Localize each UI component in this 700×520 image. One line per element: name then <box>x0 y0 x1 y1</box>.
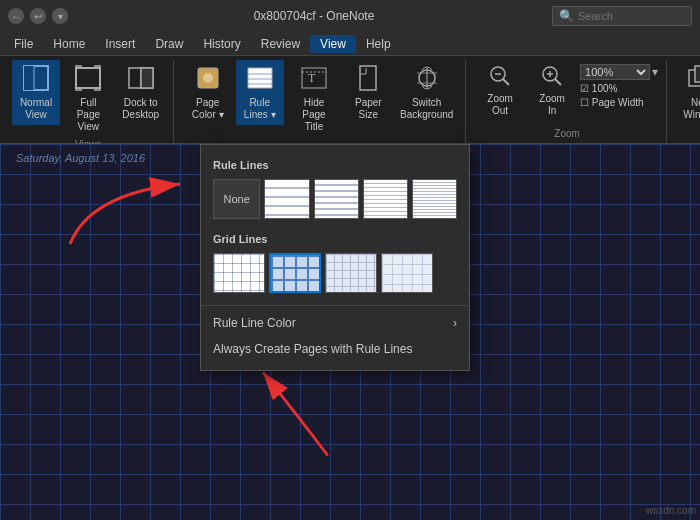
menu-home[interactable]: Home <box>43 35 95 53</box>
full-page-icon <box>74 64 102 95</box>
rule-lines-option-3[interactable] <box>363 179 408 219</box>
rule-lines-option-2[interactable] <box>314 179 359 219</box>
rule-line-color-item[interactable]: Rule Line Color › <box>201 310 469 336</box>
submenu-arrow: › <box>453 316 457 330</box>
grid-options-grid <box>201 249 469 301</box>
dock-desktop-label: Dock toDesktop <box>122 97 159 121</box>
rule-lines-icon <box>246 64 274 95</box>
always-create-label: Always Create Pages with Rule Lines <box>213 342 412 356</box>
dock-desktop-button[interactable]: Dock toDesktop <box>117 60 165 125</box>
hide-title-icon: T <box>300 64 328 95</box>
rule-lines-button[interactable]: RuleLines ▾ <box>236 60 284 125</box>
dock-desktop-icon <box>127 64 155 95</box>
new-window-label: NewWindow <box>683 97 700 121</box>
zoom-out-label: ZoomOut <box>487 93 513 117</box>
menu-help[interactable]: Help <box>356 35 401 53</box>
zoom-in-label: ZoomIn <box>539 93 565 117</box>
menu-history[interactable]: History <box>193 35 250 53</box>
menu-view[interactable]: View <box>310 35 356 53</box>
search-input[interactable] <box>578 10 688 22</box>
svg-text:T: T <box>308 71 316 85</box>
ribbon: NormalView Full PageView Dock toDesktop … <box>0 56 700 144</box>
svg-line-23 <box>503 79 509 85</box>
svg-rect-9 <box>248 68 272 88</box>
hide-title-label: HidePage Title <box>294 97 335 133</box>
svg-rect-6 <box>141 68 153 88</box>
paper-size-button[interactable]: PaperSize <box>344 60 392 125</box>
grid-option-3[interactable] <box>325 253 377 293</box>
menu-bar: File Home Insert Draw History Review Vie… <box>0 32 700 56</box>
page-items: PageColor ▾ RuleLines ▾ T HidePage Title… <box>184 60 457 137</box>
red-arrow-2 <box>240 354 360 474</box>
full-page-label: Full PageView <box>70 97 107 133</box>
back-button[interactable]: ← <box>8 8 24 24</box>
zoom-percent-select[interactable]: 100% <box>580 64 650 80</box>
ribbon-group-zoom: ZoomOut ZoomIn 100% ▾ ☑ 100% ☐ Page Widt… <box>468 60 667 143</box>
zoom-out-icon <box>488 64 512 91</box>
always-create-item[interactable]: Always Create Pages with Rule Lines <box>201 336 469 362</box>
page-color-icon <box>194 64 222 95</box>
grid-option-1[interactable] <box>213 253 265 293</box>
zoom-dropdown-arrow: ▾ <box>652 65 658 79</box>
zoom-group-label: Zoom <box>554 126 580 139</box>
normal-view-icon <box>22 64 50 95</box>
grid-option-4[interactable] <box>381 253 433 293</box>
dropdown-divider <box>201 305 469 306</box>
paper-size-icon <box>354 64 382 95</box>
zoom-in-icon <box>540 64 564 91</box>
watermark: wsxdn.com <box>646 505 696 516</box>
svg-rect-16 <box>360 66 376 90</box>
page-color-button[interactable]: PageColor ▾ <box>184 60 232 125</box>
full-page-view-button[interactable]: Full PageView <box>64 60 113 137</box>
rule-lines-section-label: Rule Lines <box>201 153 469 175</box>
zoom-percent-row: 100% ▾ <box>580 64 658 80</box>
rule-lines-label: RuleLines ▾ <box>244 97 276 121</box>
switch-bg-icon <box>413 64 441 95</box>
pin-button[interactable]: ▾ <box>52 8 68 24</box>
title-bar: ← ↩ ▾ 0x800704cf - OneNote 🔍 <box>0 0 700 32</box>
ribbon-group-page: PageColor ▾ RuleLines ▾ T HidePage Title… <box>176 60 466 143</box>
normal-view-label: NormalView <box>20 97 52 121</box>
window-controls: ← ↩ ▾ <box>8 8 68 24</box>
svg-line-27 <box>555 79 561 85</box>
zoom-selector: 100% ▾ ☑ 100% ☐ Page Width <box>580 64 658 108</box>
search-box[interactable]: 🔍 <box>552 6 692 26</box>
rule-line-color-label: Rule Line Color <box>213 316 296 330</box>
menu-review[interactable]: Review <box>251 35 310 53</box>
new-window-icon <box>687 64 700 95</box>
zoom-100-option[interactable]: ☑ 100% <box>580 83 658 94</box>
rule-lines-option-4[interactable] <box>412 179 457 219</box>
undo-button[interactable]: ↩ <box>30 8 46 24</box>
svg-point-8 <box>203 73 213 83</box>
menu-insert[interactable]: Insert <box>95 35 145 53</box>
normal-view-button[interactable]: NormalView <box>12 60 60 125</box>
rule-options-grid: None <box>201 175 469 227</box>
zoom-in-button[interactable]: ZoomIn <box>528 60 576 121</box>
switch-bg-label: SwitchBackground <box>400 97 453 121</box>
rule-none-option[interactable]: None <box>213 179 260 219</box>
switch-background-button[interactable]: SwitchBackground <box>396 60 457 125</box>
zoom-out-button[interactable]: ZoomOut <box>476 60 524 121</box>
new-window-button[interactable]: NewWindow <box>677 60 700 125</box>
zoom-page-width-option[interactable]: ☐ Page Width <box>580 97 658 108</box>
menu-draw[interactable]: Draw <box>145 35 193 53</box>
paper-size-label: PaperSize <box>355 97 382 121</box>
rule-lines-option-1[interactable] <box>264 179 309 219</box>
search-icon: 🔍 <box>559 9 574 23</box>
red-arrow-1 <box>60 174 200 254</box>
ribbon-group-windows: NewWindow + New Do...Wind... <box>669 60 700 143</box>
rule-lines-dropdown: Rule Lines None Grid Lines Rule Line Col… <box>200 144 470 371</box>
views-items: NormalView Full PageView Dock toDesktop <box>12 60 165 137</box>
page-color-label: PageColor ▾ <box>192 97 224 121</box>
hide-page-title-button[interactable]: T HidePage Title <box>288 60 341 137</box>
window-title: 0x800704cf - OneNote <box>76 9 552 23</box>
zoom-items: ZoomOut ZoomIn 100% ▾ ☑ 100% ☐ Page Widt… <box>476 60 658 126</box>
windows-items: NewWindow + New Do...Wind... <box>677 60 700 137</box>
ribbon-group-views: NormalView Full PageView Dock toDesktop … <box>4 60 174 143</box>
grid-option-2[interactable] <box>269 253 321 293</box>
svg-rect-1 <box>24 66 34 90</box>
svg-rect-3 <box>76 68 100 88</box>
svg-rect-2 <box>34 66 48 90</box>
menu-file[interactable]: File <box>4 35 43 53</box>
svg-rect-29 <box>695 66 700 82</box>
